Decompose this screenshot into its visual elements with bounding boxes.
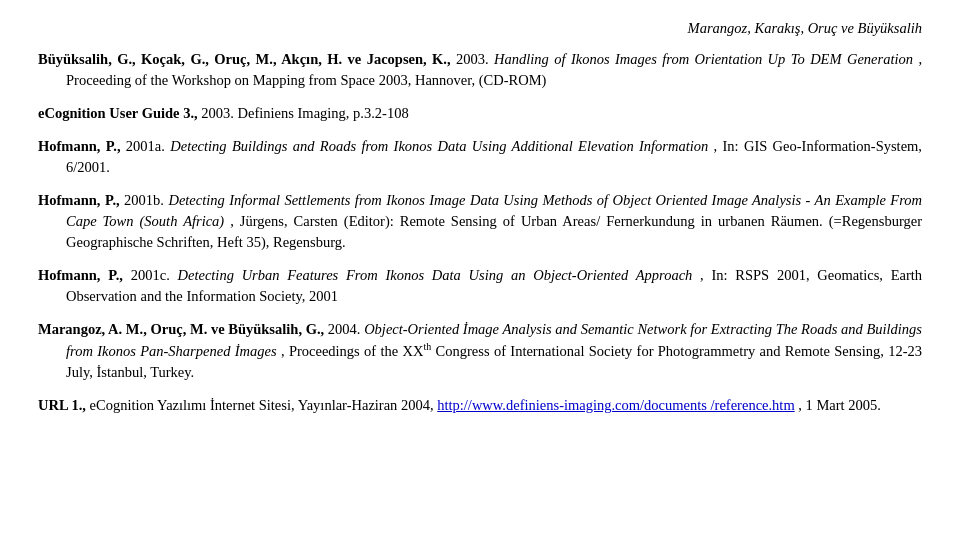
reference-6: Marangoz, A. M., Oruç, M. ve Büyüksalih,… bbox=[38, 319, 922, 383]
ref5-year: 2001c. bbox=[131, 267, 178, 283]
ref3-year: 2001a. bbox=[126, 138, 170, 154]
ref6-text: Marangoz, A. M., Oruç, M. ve Büyüksalih,… bbox=[38, 319, 922, 383]
ref1-author: Büyüksalih, G., Koçak, G., Oruç, M., Akç… bbox=[38, 51, 451, 67]
ref2-text: eCognition User Guide 3., 2003. Definien… bbox=[38, 103, 922, 124]
ref3-author: Hofmann, P., bbox=[38, 138, 121, 154]
ref7-link[interactable]: http://www.definiens-imaging.com/documen… bbox=[437, 397, 794, 413]
ref5-author: Hofmann, P., bbox=[38, 267, 123, 283]
reference-3: Hofmann, P., 2001a. Detecting Buildings … bbox=[38, 136, 922, 178]
ref4-author: Hofmann, P., bbox=[38, 192, 120, 208]
page-header: Marangoz, Karakış, Oruç ve Büyüksalih bbox=[38, 18, 922, 39]
ref3-text: Hofmann, P., 2001a. Detecting Buildings … bbox=[38, 136, 922, 178]
ref1-year: 2003. bbox=[456, 51, 494, 67]
reference-7: URL 1., eCognition Yazılımı İnternet Sit… bbox=[38, 395, 922, 416]
ref6-year: 2004. bbox=[328, 321, 364, 337]
ref5-title: Detecting Urban Features From Ikonos Dat… bbox=[178, 267, 693, 283]
ref7-after-link: , 1 Mart 2005. bbox=[798, 397, 881, 413]
ref6-content-before-sup: , Proceedings of the XX bbox=[281, 343, 424, 359]
reference-5: Hofmann, P., 2001c. Detecting Urban Feat… bbox=[38, 265, 922, 307]
ref6-author: Marangoz, A. M., Oruç, M. ve Büyüksalih,… bbox=[38, 321, 324, 337]
ref4-year: 2001b. bbox=[124, 192, 168, 208]
ref2-year: 2003. Definiens Imaging, p.3.2-108 bbox=[201, 105, 408, 121]
ref2-author: eCognition User Guide 3., bbox=[38, 105, 198, 121]
header-text: Marangoz, Karakış, Oruç ve Büyüksalih bbox=[688, 20, 922, 36]
ref5-text: Hofmann, P., 2001c. Detecting Urban Feat… bbox=[38, 265, 922, 307]
ref7-text: URL 1., eCognition Yazılımı İnternet Sit… bbox=[38, 395, 922, 416]
ref1-title: Handling of Ikonos Images from Orientati… bbox=[494, 51, 913, 67]
ref7-content: eCognition Yazılımı İnternet Sitesi, Yay… bbox=[90, 397, 438, 413]
ref1-text: Büyüksalih, G., Koçak, G., Oruç, M., Akç… bbox=[38, 49, 922, 91]
ref4-text: Hofmann, P., 2001b. Detecting Informal S… bbox=[38, 190, 922, 253]
reference-2: eCognition User Guide 3., 2003. Definien… bbox=[38, 103, 922, 124]
reference-1: Büyüksalih, G., Koçak, G., Oruç, M., Akç… bbox=[38, 49, 922, 91]
reference-4: Hofmann, P., 2001b. Detecting Informal S… bbox=[38, 190, 922, 253]
ref7-label: URL 1., bbox=[38, 397, 86, 413]
ref3-title: Detecting Buildings and Roads from Ikono… bbox=[170, 138, 708, 154]
page-container: Marangoz, Karakış, Oruç ve Büyüksalih Bü… bbox=[38, 18, 922, 416]
